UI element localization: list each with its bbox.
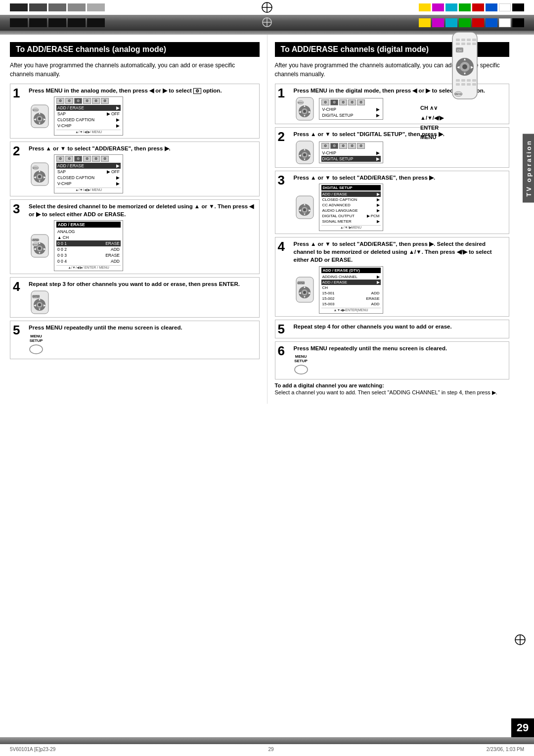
menu-tabs: ⚙ ⚙ ⚙ ⚙ ⚙ ⚙ xyxy=(56,98,121,104)
page-number-box: 29 xyxy=(511,718,534,737)
header-swatch-m xyxy=(432,18,444,27)
tab-3: ⚙ xyxy=(74,98,82,104)
step-2-text: Press ▲ or ▼ to select "ADD/ERASE", then… xyxy=(29,144,257,152)
svg-text:◀: ◀ xyxy=(34,176,36,179)
dtv-row-002: 15-002ERASE xyxy=(321,296,381,301)
d-step-3-visuals: ▲ ▼ ◀ ▶ DIGITAL SETUP ADD / ERASE▶ CLOSE… xyxy=(294,184,507,231)
svg-point-98 xyxy=(303,208,306,211)
a1-row-3: CLOSED CAPTION▶ xyxy=(56,117,121,123)
swatch-5 xyxy=(87,3,105,11)
arrows-label: ▲/▼/◀/▶ xyxy=(420,113,514,123)
footer: 5V60101A [E]p23-29 29 2/23/06, 1:03 PM xyxy=(0,745,534,754)
d-step-4-visuals: ▲ ▼ ◀ ▶ ENTER ADD / ERASE (DTV) ADDING C… xyxy=(294,266,507,314)
svg-rect-31 xyxy=(472,83,476,86)
analog-step-5: 5 Press MENU repeatedly until the menu s… xyxy=(10,321,260,359)
svg-rect-9 xyxy=(467,39,471,41)
d-menu-button-area: MENUSETUP xyxy=(294,354,309,377)
analog-step-4: 4 Repeat step 3 for other channels you w… xyxy=(10,277,260,318)
step-2-menu-screen: ⚙ ⚙ ⚙ ⚙ ⚙ ⚙ ADD / ERASE▶ SAP▶ OFF CLOSED… xyxy=(54,154,123,193)
remote-labels: CH ∧∨ ▲/▼/◀/▶ ENTER MENU xyxy=(420,103,514,142)
svg-point-37 xyxy=(38,117,41,120)
d-step-5-body: Repeat step 4 for other channels you wan… xyxy=(294,323,507,331)
svg-text:ENTER: ENTER xyxy=(297,282,305,284)
swatch-white xyxy=(499,3,511,11)
svg-rect-24 xyxy=(456,79,460,82)
step-3-remote: ▲ ▼ ◀ ▶ ENTER MENU xyxy=(29,234,51,258)
svg-text:▶: ▶ xyxy=(44,176,46,179)
digital-note: To add a digital channel you are watchin… xyxy=(275,382,510,397)
d-menu-tabs-2: ⚙ ⚙ ⚙ ⚙ ⚙ xyxy=(321,143,381,149)
svg-text:▼: ▼ xyxy=(303,158,306,161)
header-swatch-y xyxy=(419,18,431,27)
ds-row-ae: ADD / ERASE▶ xyxy=(321,191,381,197)
d-step-6-visuals: MENUSETUP xyxy=(294,354,507,377)
svg-rect-11 xyxy=(456,43,460,45)
ch-label: CH ∧∨ xyxy=(420,103,514,113)
tv-operation-sidebar: TV operation xyxy=(523,134,534,202)
header-strip xyxy=(0,15,534,31)
a1-row-2: SAP▶ OFF xyxy=(56,111,121,117)
svg-rect-8 xyxy=(461,39,465,41)
svg-rect-12 xyxy=(461,43,465,45)
analog-intro: After you have programmed the channels a… xyxy=(10,61,260,79)
svg-point-76 xyxy=(30,345,43,354)
svg-rect-10 xyxy=(472,39,476,41)
header-crosshair xyxy=(261,16,273,30)
note-title: To add a digital channel you are watchin… xyxy=(275,382,510,388)
right-color-swatches xyxy=(274,0,534,15)
ds-row-sm: SIGNAL METER▶ xyxy=(321,219,381,224)
svg-rect-7 xyxy=(456,39,460,41)
analog-column: To ADD/ERASE channels (analog mode) Afte… xyxy=(0,35,267,404)
svg-text:▲: ▲ xyxy=(303,104,306,107)
right-crosshair xyxy=(514,634,526,647)
header-black-blocks xyxy=(0,18,105,27)
svg-rect-25 xyxy=(461,79,465,82)
svg-text:ENTER: ENTER xyxy=(32,295,40,298)
d-step-3-menu: DIGITAL SETUP ADD / ERASE▶ CLOSED CAPTIO… xyxy=(319,184,383,231)
dtv-row-ch: CH xyxy=(321,285,381,290)
a2-row-1: ADD / ERASE▶ xyxy=(56,163,121,169)
d-step-2-visuals: ▲ ▼ ◀ ▶ ⚙ ⚙ ⚙ ⚙ ⚙ V-CHIP▶ xyxy=(294,140,507,165)
d-step-2-remote: ▲ ▼ ◀ ▶ xyxy=(294,140,316,165)
crosshair-icon xyxy=(261,1,273,13)
menu-button-svg xyxy=(29,344,44,355)
svg-text:MENU: MENU xyxy=(33,167,39,169)
step-5-text: Press MENU repeatedly until the menu scr… xyxy=(29,324,257,331)
svg-rect-26 xyxy=(467,79,471,82)
header-swatch-r xyxy=(472,18,484,27)
header-swatch-b xyxy=(486,18,497,27)
svg-point-57 xyxy=(38,247,41,250)
svg-text:▶: ▶ xyxy=(44,304,46,307)
swatch-3 xyxy=(48,3,66,11)
d1-row-vchip: V-CHIP▶ xyxy=(321,106,381,112)
step-number-2: 2 xyxy=(13,144,27,157)
svg-text:▲: ▲ xyxy=(38,170,41,173)
ae-analog: ANALOG xyxy=(56,229,121,235)
svg-text:◀: ◀ xyxy=(298,209,301,212)
header-block-4 xyxy=(68,18,86,27)
note-text: Select a channel you want to add. Then s… xyxy=(275,388,510,397)
swatch-black xyxy=(512,3,524,11)
digital-step-6: 6 Press MENU repeatedly until the menu s… xyxy=(275,341,510,379)
analog-step-1: 1 Press MENU in the analog mode, then pr… xyxy=(10,84,260,139)
svg-text:ENTER: ENTER xyxy=(32,239,40,241)
bottom-strip xyxy=(0,737,534,744)
svg-text:MENU: MENU xyxy=(33,109,39,111)
ae-nav: ▲/▼/◀/▶/ ENTER / MENU xyxy=(56,265,121,270)
dtv-row-001: 15-001ADD xyxy=(321,290,381,296)
header-right-swatches xyxy=(419,18,524,27)
tab2-4: ⚙ xyxy=(83,156,91,162)
digital-step-3: 3 Press ▲ or ▼ to select "ADD/ERASE", th… xyxy=(275,171,510,234)
tab-2: ⚙ xyxy=(65,98,73,104)
svg-text:▶: ▶ xyxy=(308,209,311,212)
d2-row-vchip: V-CHIP▶ xyxy=(321,150,381,156)
svg-text:MENU: MENU xyxy=(455,93,462,95)
analog-step-3: 3 Select the desired channel to be memor… xyxy=(10,199,260,274)
svg-rect-13 xyxy=(467,43,471,45)
svg-text:▼: ▼ xyxy=(38,308,41,311)
svg-text:▲: ▲ xyxy=(38,112,41,115)
a1-row-4: V-CHIP▶ xyxy=(56,123,121,129)
ds-row-cca: CC ADVANCED▶ xyxy=(321,202,381,208)
step-1-remote: ▲ ▼ ◀ ▶ MENU xyxy=(29,104,51,129)
header-swatch-g xyxy=(459,18,471,27)
